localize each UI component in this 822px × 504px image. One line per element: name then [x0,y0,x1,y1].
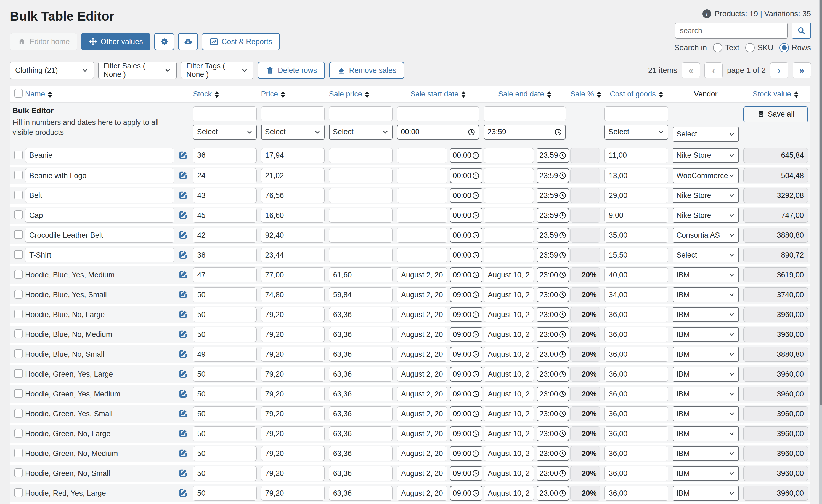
sort-sale-percent-header[interactable]: Sale % [570,90,594,98]
cost-of-goods-input[interactable] [604,148,668,163]
cost-of-goods-input[interactable] [604,188,668,203]
row-checkbox[interactable] [14,230,23,239]
sale-end-date-input[interactable] [484,426,534,441]
vendor-select[interactable]: Select [673,248,739,262]
sale-start-time-input[interactable]: 09:00 [450,287,482,302]
sale-price-input[interactable] [329,406,393,421]
sale-price-input[interactable] [329,446,393,461]
edit-icon[interactable] [178,488,188,497]
stock-input[interactable] [193,426,257,441]
cost-of-goods-input[interactable] [604,446,668,461]
sale-end-date-input[interactable] [484,307,534,322]
sort-cost-header[interactable]: Cost of goods [610,90,656,98]
select-all-checkbox[interactable] [14,89,23,98]
product-name-input[interactable] [25,168,174,183]
sale-end-time-input[interactable]: 23:00 [536,347,569,362]
price-input[interactable] [261,486,325,501]
first-page-button[interactable]: « [682,62,700,78]
vendor-select[interactable]: WooCommerce [673,168,739,183]
stock-input[interactable] [193,446,257,461]
sale-end-time-input[interactable]: 23:59 [536,248,569,262]
stock-input[interactable] [193,228,257,243]
sale-start-time-input[interactable]: 00:00 [450,228,482,243]
price-input[interactable] [261,327,325,342]
stock-input[interactable] [193,327,257,342]
settings-button[interactable] [154,33,174,50]
vendor-select[interactable]: IBM [673,327,739,342]
sale-start-date-input[interactable] [397,248,447,262]
vendor-select[interactable]: IBM [673,426,739,441]
price-input[interactable] [261,168,325,183]
vendor-select[interactable]: IBM [673,307,739,322]
sale-start-time-input[interactable]: 00:00 [450,188,482,203]
vendor-select[interactable]: IBM [673,406,739,421]
bulk-stock-input[interactable] [193,106,257,121]
cost-of-goods-input[interactable] [604,248,668,262]
sale-end-date-input[interactable] [484,188,534,203]
sort-name-header[interactable]: Name [25,90,45,98]
row-checkbox[interactable] [14,171,23,179]
edit-icon[interactable] [178,170,188,180]
edit-icon[interactable] [178,190,188,200]
sale-start-date-input[interactable] [397,228,447,243]
sort-stock-header[interactable]: Stock [193,90,212,98]
sale-start-date-input[interactable] [397,486,447,501]
sale-price-input[interactable] [329,248,393,262]
search-in-text-radio[interactable]: Text [713,43,739,52]
price-input[interactable] [261,208,325,223]
cost-of-goods-input[interactable] [604,387,668,401]
row-checkbox[interactable] [14,409,23,418]
stock-input[interactable] [193,367,257,382]
edit-icon[interactable] [178,329,188,339]
sort-sale-end-header[interactable]: Sale end date [498,90,544,98]
sale-start-date-input[interactable] [397,426,447,441]
sale-start-date-input[interactable] [397,168,447,183]
sale-end-time-input[interactable]: 23:59 [536,228,569,243]
price-input[interactable] [261,148,325,163]
remove-sales-button[interactable]: Remove sales [329,62,404,79]
vendor-select[interactable]: IBM [673,287,739,302]
price-input[interactable] [261,426,325,441]
sale-end-date-input[interactable] [484,387,534,401]
sale-start-time-input[interactable]: 09:00 [450,446,482,461]
search-input[interactable] [675,23,788,39]
bulk-sale-start-date-input[interactable] [397,106,479,121]
product-name-input[interactable] [25,188,174,203]
sale-start-time-input[interactable]: 00:00 [450,248,482,262]
row-checkbox[interactable] [14,389,23,398]
price-input[interactable] [261,387,325,401]
sale-price-input[interactable] [329,426,393,441]
other-values-button[interactable]: Other values [81,33,150,50]
edit-icon[interactable] [178,448,188,458]
sale-start-time-input[interactable]: 09:00 [450,367,482,382]
sale-start-date-input[interactable] [397,347,447,362]
sale-end-date-input[interactable] [484,466,534,481]
price-input[interactable] [261,367,325,382]
sale-price-input[interactable] [329,208,393,223]
sale-price-input[interactable] [329,168,393,183]
sale-start-time-input[interactable]: 09:00 [450,267,482,282]
sale-start-date-input[interactable] [397,267,447,282]
sale-start-time-input[interactable]: 09:00 [450,406,482,421]
sale-start-date-input[interactable] [397,327,447,342]
sale-end-date-input[interactable] [484,347,534,362]
product-name-input[interactable] [25,148,174,163]
sale-end-date-input[interactable] [484,267,534,282]
sale-start-date-input[interactable] [397,446,447,461]
sale-price-input[interactable] [329,327,393,342]
edit-icon[interactable] [178,150,188,160]
sale-end-date-input[interactable] [484,248,534,262]
bulk-vendor-select[interactable]: Select [673,127,739,142]
cost-of-goods-input[interactable] [604,426,668,441]
edit-icon[interactable] [178,409,188,418]
sale-end-time-input[interactable]: 23:00 [536,367,569,382]
cost-reports-button[interactable]: Cost & Reports [202,33,280,50]
prev-page-button[interactable]: ‹ [705,62,723,78]
cost-of-goods-input[interactable] [604,367,668,382]
row-checkbox[interactable] [14,151,23,159]
sale-start-time-input[interactable]: 09:00 [450,486,482,501]
sale-end-date-input[interactable] [484,228,534,243]
sale-end-date-input[interactable] [484,208,534,223]
edit-icon[interactable] [178,309,188,319]
sale-start-date-input[interactable] [397,188,447,203]
